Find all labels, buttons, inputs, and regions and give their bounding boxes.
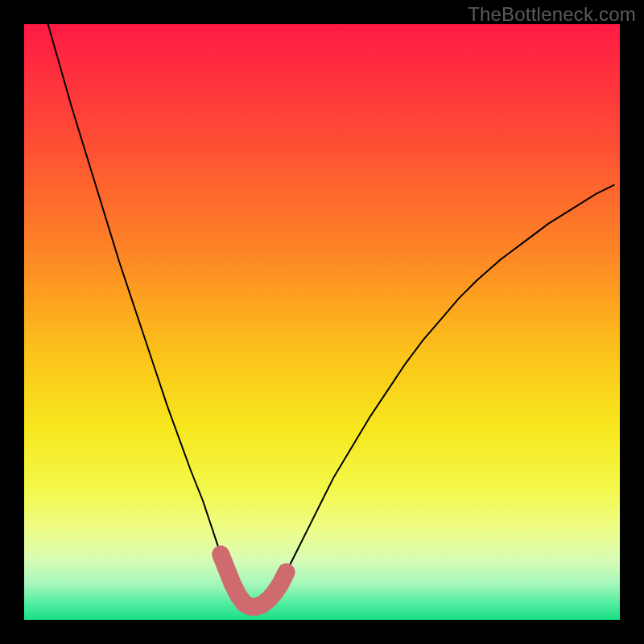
plot-area [24, 24, 620, 620]
chart-svg [24, 24, 620, 620]
chart-frame: TheBottleneck.com [0, 0, 644, 644]
plot-background [24, 24, 620, 620]
watermark-text: TheBottleneck.com [468, 3, 636, 26]
